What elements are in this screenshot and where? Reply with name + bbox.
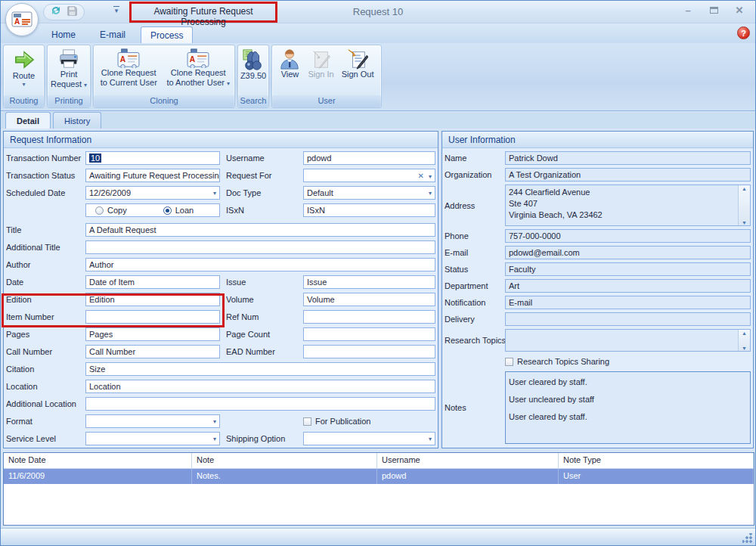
request-information-panel: Request Information Transaction Number 1… [3,131,438,448]
pages-field[interactable]: Pages [85,327,220,341]
cell-note: Notes. [192,469,377,484]
tab-history[interactable]: History [53,112,101,129]
scroll-down-icon: ▼ [742,219,747,226]
ead-number-field[interactable] [303,345,435,358]
chevron-down-icon[interactable]: ▾ [213,190,216,197]
author-label: Author [6,258,85,271]
sign-in-button[interactable]: Sign In [305,47,336,79]
tab-detail[interactable]: Detail [5,112,51,129]
tab-email[interactable]: E-mail [91,26,135,43]
edition-label: Edition [6,293,85,306]
citation-label: Citation [6,362,85,376]
address-field[interactable]: 244 Clearfield Avenue Ste 407 Virginia B… [505,185,751,226]
group-label-printing: Printing [48,95,90,107]
request-information-header: Request Information [4,132,438,148]
research-topics-sharing-checkbox[interactable]: Research Topics Sharing [505,355,751,368]
user-information-header: User Information [442,132,753,148]
email-field[interactable]: pdowd@email.com [505,246,751,259]
user-notes-field[interactable]: User cleared by staff. User uncleared by… [505,371,751,444]
copy-radio[interactable]: Copy [95,206,127,215]
status-field[interactable]: Faculty [505,262,751,276]
research-topics-scrollbar[interactable]: ▲ ▼ [738,330,750,352]
username-field[interactable]: pdowd [303,151,435,165]
route-button[interactable]: Route ▾ [10,47,39,88]
chevron-down-icon[interactable]: ▾ [213,436,216,442]
print-dropdown-icon: ▾ [84,82,87,88]
request-for-combo[interactable]: ✕▾ [303,169,435,182]
issue-field[interactable]: Issue [303,275,435,289]
ref-num-label: Ref Num [226,310,303,324]
column-header-username[interactable]: Username [377,453,559,468]
loan-radio[interactable]: Loan [163,206,194,215]
doc-type-combo[interactable]: Default ▾ [303,186,435,200]
item-number-field[interactable] [85,310,220,324]
minimize-button[interactable]: – [681,5,695,17]
tab-home[interactable]: Home [42,26,85,43]
help-button[interactable]: ? [737,26,750,39]
chevron-down-icon[interactable]: ▾ [213,418,216,425]
checkbox-unchecked-icon [505,358,513,366]
date-field[interactable]: Date of Item [85,275,220,289]
clone-request-current-user-button[interactable]: A Clone Request to Current User [95,47,162,88]
chevron-down-icon[interactable]: ▾ [429,190,432,197]
notification-field[interactable]: E-mail [505,296,751,309]
call-number-field[interactable]: Call Number [85,345,220,358]
tab-process[interactable]: Process [141,26,193,43]
isxn-field[interactable]: ISxN [303,203,435,217]
ref-num-field[interactable] [303,310,435,324]
phone-field[interactable]: 757-000-0000 [505,229,751,243]
view-user-button[interactable]: View [276,47,303,79]
column-header-note-type[interactable]: Note Type [559,453,754,468]
author-field[interactable]: Author [85,258,435,271]
service-level-combo[interactable]: ▾ [85,432,220,445]
notification-label: Notification [445,296,505,309]
name-field[interactable]: Patrick Dowd [505,151,751,165]
printer-icon [57,48,80,70]
edition-field[interactable]: Edition [85,293,220,306]
resize-grip[interactable] [742,533,753,544]
application-menu-button[interactable]: A [5,3,39,36]
delivery-label: Delivery [445,312,505,326]
chevron-down-icon[interactable]: ▾ [429,173,432,180]
research-topics-field[interactable]: ▲ ▼ [505,329,751,352]
shipping-option-label: Shipping Option [226,432,303,445]
pages-label: Pages [6,327,85,341]
citation-field[interactable]: Size [85,362,435,376]
clear-icon[interactable]: ✕ [418,172,424,180]
cell-note-date: 11/6/2009 [4,469,192,484]
format-combo[interactable]: ▾ [85,414,220,428]
close-button[interactable]: ✕ [733,5,746,17]
document-tab-bar: Detail History [1,112,755,129]
column-header-note-date[interactable]: Note Date [4,453,192,468]
for-publication-checkbox[interactable]: For Publication [303,414,435,428]
clone-request-another-user-button[interactable]: A Clone Request to Another User ▾ [163,47,233,88]
page-count-field[interactable] [303,327,435,341]
ribbon-group-routing: Route ▾ Routing [3,45,45,108]
clone-request-icon: A [186,48,210,68]
location-field[interactable]: Location [85,380,435,393]
scheduled-date-picker[interactable]: 12/26/2009 ▾ [85,186,220,200]
additional-location-field[interactable] [85,397,435,411]
workspace: Request Information Transaction Number 1… [1,129,756,451]
ribbon-group-search: Z39.50 Search [237,45,269,108]
chevron-down-icon[interactable]: ▾ [429,436,432,442]
table-row-selected[interactable]: 11/6/2009 Notes. pdowd User [4,469,754,484]
department-field[interactable]: Art [505,279,751,293]
transaction-status-field[interactable]: Awaiting Future Request Processing [85,169,220,182]
z3950-button[interactable]: Z39.50 [237,47,269,81]
group-label-search: Search [238,95,268,107]
organization-field[interactable]: A Test Organization [505,168,751,181]
transaction-number-field[interactable]: 10 [85,151,220,165]
department-label: Department [445,279,505,293]
additional-title-field[interactable] [85,240,435,254]
title-field[interactable]: A Default Request [85,223,435,237]
application-window: ▾ Request 10 – ✕ Awaiting Future Request… [0,0,756,546]
print-request-button[interactable]: Print Request ▾ [48,47,90,89]
shipping-option-combo[interactable]: ▾ [303,432,435,445]
address-scrollbar[interactable]: ▲ ▼ [738,185,750,226]
delivery-field[interactable] [505,312,751,326]
column-header-note[interactable]: Note [192,453,377,468]
sign-out-button[interactable]: Sign Out [339,47,377,79]
volume-field[interactable]: Volume [303,293,435,306]
maximize-button[interactable] [707,5,720,17]
